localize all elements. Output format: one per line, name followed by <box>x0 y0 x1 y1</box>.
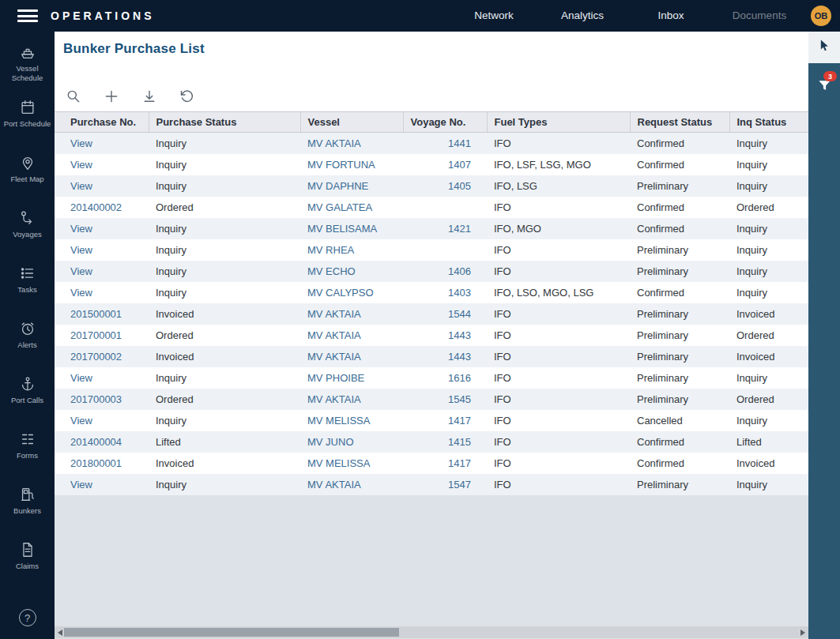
vessel-link[interactable]: MV JUNO <box>307 436 354 448</box>
vessel-link[interactable]: MV ECHO <box>307 265 356 277</box>
sidebar-item-tasks[interactable]: Tasks <box>0 264 55 319</box>
purchase-link[interactable]: View <box>70 180 92 192</box>
table-row[interactable]: ViewInquiryMV PHOIBE1616IFOPreliminaryIn… <box>55 367 808 389</box>
purchase-link[interactable]: View <box>70 479 92 491</box>
column-header-0[interactable]: Purchase No. <box>55 112 149 133</box>
vessel-link[interactable]: MV CALYPSO <box>307 287 374 299</box>
purchase-link[interactable]: View <box>70 137 92 149</box>
purchase-link[interactable]: 201700002 <box>70 351 122 363</box>
table-row[interactable]: ViewInquiryMV MELISSA1417IFOCancelledInq… <box>55 410 808 431</box>
table-row[interactable]: 201700001OrderedMV AKTAIA1443IFOPrelimin… <box>55 325 808 346</box>
voyage-link[interactable]: 1547 <box>448 479 471 491</box>
vessel-link[interactable]: MV RHEA <box>307 244 354 256</box>
vessel-link[interactable]: MV MELISSA <box>307 415 370 427</box>
voyage-link[interactable]: 1421 <box>448 223 471 235</box>
table-row[interactable]: ViewInquiryMV CALYPSO1403IFO, LSO, MGO, … <box>55 282 808 303</box>
hamburger-menu-icon[interactable] <box>17 9 38 22</box>
horizontal-scrollbar[interactable] <box>55 626 808 638</box>
vessel-link[interactable]: MV AKTAIA <box>307 393 361 405</box>
vessel-link[interactable]: MV GALATEA <box>307 201 372 213</box>
table-row[interactable]: ViewInquiryMV BELISAMA1421IFO, MGOConfir… <box>55 218 808 239</box>
column-header-5[interactable]: Request Status <box>630 112 729 133</box>
table-row[interactable]: ViewInquiryMV AKTAIA1441IFOConfirmedInqu… <box>55 133 808 155</box>
column-header-6[interactable]: Inq Status <box>729 112 808 133</box>
sidebar-item-port-schedule[interactable]: Port Schedule <box>0 98 55 153</box>
table-row[interactable]: 201800001InvoicedMV MELISSA1417IFOConfir… <box>55 453 808 474</box>
table-row[interactable]: 201700003OrderedMV AKTAIA1545IFOPrelimin… <box>55 389 808 410</box>
purchase-link[interactable]: 201400002 <box>70 201 122 213</box>
column-header-2[interactable]: Vessel <box>300 112 403 133</box>
purchase-link[interactable]: View <box>70 159 92 171</box>
purchase-link[interactable]: View <box>70 287 92 299</box>
purchase-link[interactable]: View <box>70 223 92 235</box>
table-row[interactable]: ViewInquiryMV DAPHNE1405IFO, LSGPrelimin… <box>55 175 808 197</box>
voyage-link[interactable]: 1616 <box>448 372 471 384</box>
purchase-link[interactable]: View <box>70 244 92 256</box>
purchase-link[interactable]: 201400004 <box>70 436 122 448</box>
sidebar-item-alerts[interactable]: Alerts <box>0 319 55 374</box>
filter-button[interactable]: 3 <box>808 73 840 101</box>
voyage-link[interactable]: 1443 <box>448 329 471 341</box>
scrollbar-thumb[interactable] <box>64 628 399 637</box>
reset-button[interactable] <box>179 88 196 106</box>
column-header-4[interactable]: Fuel Types <box>487 112 630 133</box>
table-row[interactable]: 201400002OrderedMV GALATEAIFOConfirmedOr… <box>55 197 808 218</box>
vessel-link[interactable]: MV AKTAIA <box>307 137 361 149</box>
table-row[interactable]: 201500001InvoicedMV AKTAIA1544IFOPrelimi… <box>55 303 808 325</box>
nav-network[interactable]: Network <box>450 0 538 32</box>
vessel-link[interactable]: MV AKTAIA <box>307 329 361 341</box>
search-button[interactable] <box>65 88 82 106</box>
column-header-3[interactable]: Voyage No. <box>403 112 487 133</box>
vessel-link[interactable]: MV AKTAIA <box>307 351 361 363</box>
download-button[interactable] <box>141 88 158 106</box>
voyage-link[interactable]: 1443 <box>448 351 471 363</box>
voyage-link[interactable]: 1441 <box>448 137 471 149</box>
purchase-link[interactable]: 201700001 <box>70 329 122 341</box>
nav-analytics[interactable]: Analytics <box>538 0 627 32</box>
voyage-link[interactable]: 1417 <box>448 457 471 469</box>
sidebar-item-vessel-schedule[interactable]: Vessel Schedule <box>0 43 55 98</box>
avatar[interactable]: OB <box>811 6 831 26</box>
table-row[interactable]: ViewInquiryMV ECHO1406IFOPreliminaryInqu… <box>55 261 808 282</box>
vessel-link[interactable]: MV AKTAIA <box>307 479 361 491</box>
nav-documents[interactable]: Documents <box>715 0 804 32</box>
voyage-link[interactable]: 1403 <box>448 287 471 299</box>
voyage-link[interactable]: 1415 <box>448 436 471 448</box>
purchase-link[interactable]: 201700003 <box>70 393 122 405</box>
pointer-tool-button[interactable] <box>808 32 840 63</box>
sidebar-item-voyages[interactable]: Voyages <box>0 209 55 264</box>
voyage-link[interactable]: 1407 <box>448 159 471 171</box>
voyage-link[interactable]: 1544 <box>448 308 471 320</box>
add-button[interactable] <box>103 88 120 106</box>
purchase-link[interactable]: View <box>70 415 92 427</box>
voyage-link[interactable]: 1406 <box>448 265 471 277</box>
scroll-right-arrow[interactable] <box>800 630 805 636</box>
scroll-left-arrow[interactable] <box>58 630 62 636</box>
sidebar-item-fleet-map[interactable]: Fleet Map <box>0 153 55 209</box>
table-row[interactable]: 201400004LiftedMV JUNO1415IFOConfirmedLi… <box>55 431 808 453</box>
table-row[interactable]: 201700002InvoicedMV AKTAIA1443IFOPrelimi… <box>55 346 808 367</box>
purchase-link[interactable]: View <box>70 372 92 384</box>
sidebar-item-port-calls[interactable]: Port Calls <box>0 374 55 430</box>
vessel-link[interactable]: MV BELISAMA <box>307 223 377 235</box>
nav-inbox[interactable]: Inbox <box>627 0 715 32</box>
vessel-link[interactable]: MV FORTUNA <box>307 159 375 171</box>
table-row[interactable]: ViewInquiryMV FORTUNA1407IFO, LSF, LSG, … <box>55 154 808 175</box>
table-row[interactable]: ViewInquiryMV AKTAIA1547IFOPreliminaryIn… <box>55 474 808 495</box>
purchase-link[interactable]: View <box>70 265 92 277</box>
sidebar-item-claims[interactable]: Claims <box>0 540 55 596</box>
table-row[interactable]: ViewInquiryMV RHEAIFOPreliminaryInquiry <box>55 239 808 261</box>
voyage-link[interactable]: 1405 <box>448 180 471 192</box>
purchase-link[interactable]: 201800001 <box>70 457 122 469</box>
vessel-link[interactable]: MV PHOIBE <box>307 372 364 384</box>
column-header-1[interactable]: Purchase Status <box>149 112 300 133</box>
vessel-link[interactable]: MV MELISSA <box>307 457 370 469</box>
purchase-link[interactable]: 201500001 <box>70 308 122 320</box>
sidebar-item-forms[interactable]: Forms <box>0 430 55 485</box>
vessel-link[interactable]: MV DAPHNE <box>307 180 368 192</box>
help-icon[interactable]: ? <box>19 609 36 626</box>
voyage-link[interactable]: 1417 <box>448 415 471 427</box>
vessel-link[interactable]: MV AKTAIA <box>307 308 361 320</box>
sidebar-item-bunkers[interactable]: Bunkers <box>0 485 55 540</box>
voyage-link[interactable]: 1545 <box>448 393 471 405</box>
